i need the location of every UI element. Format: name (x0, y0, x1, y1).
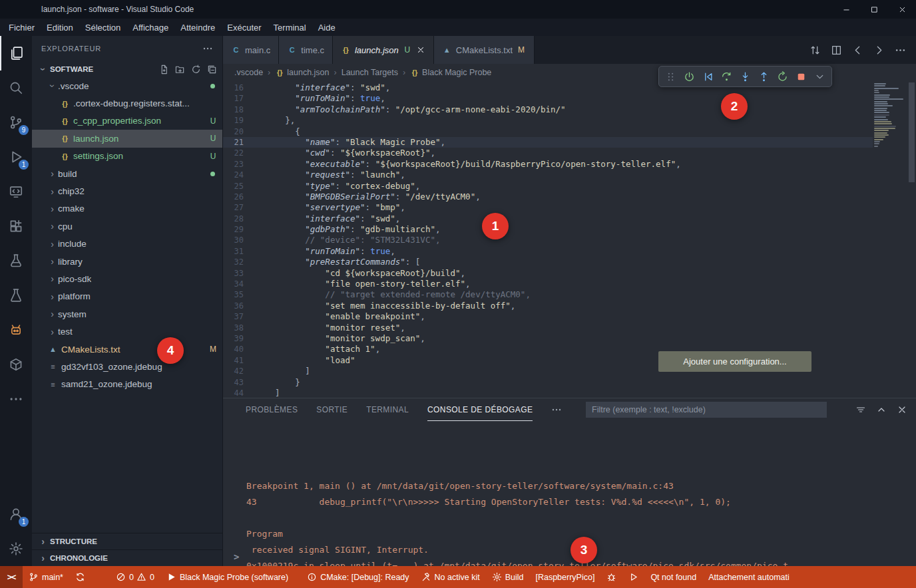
status-item-cmake-status[interactable]: CMake: [Debug]: Ready (301, 566, 415, 588)
code-line[interactable]: 44 ] (223, 388, 873, 398)
line-number[interactable]: 27 (223, 202, 255, 213)
line-number[interactable]: 22 (223, 148, 255, 158)
status-item-variant[interactable]: [RaspberryPico] (529, 566, 600, 588)
line-number[interactable]: 38 (223, 323, 255, 333)
status-item-kit[interactable]: No active kit (415, 566, 486, 588)
code-line[interactable]: 23 "executable": "${workspaceRoot}/build… (223, 159, 873, 170)
tree-item-chip32[interactable]: ›chip32 (32, 182, 222, 200)
line-number[interactable]: 16 (223, 82, 255, 93)
line-number[interactable]: 19 (223, 115, 255, 126)
minimap[interactable] (873, 81, 907, 398)
tab-time-c[interactable]: Ctime.c (279, 36, 333, 64)
split-editor-icon[interactable] (831, 45, 842, 56)
line-number[interactable]: 34 (223, 279, 255, 289)
code-line[interactable]: 24 "request": "launch", (223, 170, 873, 180)
activity-cmake-tools[interactable] (0, 278, 32, 313)
activity-explorer[interactable] (0, 36, 32, 71)
tree-item-cpu[interactable]: ›cpu (32, 218, 222, 235)
activity-packages[interactable] (0, 347, 32, 382)
activity-test[interactable] (0, 243, 32, 278)
filter-lines-icon[interactable] (855, 404, 866, 415)
collapse-all-icon[interactable] (207, 65, 217, 74)
line-number[interactable]: 23 (223, 159, 255, 170)
menu-item-atteindre[interactable]: Atteindre (174, 19, 221, 36)
stop-icon[interactable] (792, 68, 810, 85)
tree-item-system[interactable]: ›system (32, 305, 222, 323)
restart-icon[interactable] (774, 68, 792, 85)
breadcrumb-item-vscode[interactable]: .vscode (234, 68, 263, 77)
code-line[interactable]: 18 "armToolchainPath": "/opt/gcc-arm-non… (223, 104, 873, 115)
step-out-icon[interactable] (755, 68, 773, 85)
line-number[interactable]: 44 (223, 388, 255, 398)
line-number[interactable]: 30 (223, 235, 255, 245)
minimize-button[interactable] (832, 0, 860, 19)
tree-item-c-cpp-properties-json[interactable]: {}c_cpp_properties.jsonU (32, 112, 222, 130)
code-line[interactable]: 34 "file open-story-teller.elf", (223, 279, 873, 289)
tree-item-settings-json[interactable]: {}settings.jsonU (32, 148, 222, 165)
tree-item-pico-sdk[interactable]: ›pico-sdk (32, 270, 222, 287)
breadcrumb-item-launch-targets[interactable]: Launch Targets (342, 68, 398, 77)
panel-tab-probl-mes[interactable]: PROBLÈMES (246, 398, 298, 421)
code-line[interactable]: 25 "type": "cortex-debug", (223, 181, 873, 192)
code-line[interactable]: 29 "gdbPath": "gdb-multiarch", (223, 224, 873, 235)
activity-platformio[interactable] (0, 313, 32, 347)
status-item-git-branch[interactable]: main* (23, 566, 69, 588)
close-button[interactable] (888, 0, 916, 19)
new-folder-icon[interactable] (175, 65, 185, 74)
tree-item-gd32vf103-ozone-jdebug[interactable]: ≡gd32vf103_ozone.jdebug (32, 358, 222, 375)
code-line[interactable]: 26 "BMPGDBSerialPort": "/dev/ttyACM0", (223, 192, 873, 202)
line-number[interactable]: 24 (223, 170, 255, 180)
tree-item-platform[interactable]: ›platform (32, 288, 222, 305)
panel-tab-sortie[interactable]: SORTIE (316, 398, 347, 421)
menu-item-affichage[interactable]: Affichage (126, 19, 174, 36)
editor-scrollbar[interactable] (907, 81, 916, 398)
menu-item-edition[interactable]: Edition (41, 19, 79, 36)
code-line[interactable]: 43 } (223, 377, 873, 388)
code-line[interactable]: 27 "servertype": "bmp", (223, 202, 873, 213)
tab-close-icon[interactable] (416, 45, 425, 55)
activity-source-control[interactable]: 9 (0, 105, 32, 140)
tab-main-c[interactable]: Cmain.c (223, 36, 279, 64)
refresh-icon[interactable] (191, 65, 201, 74)
compare-icon[interactable] (809, 45, 821, 56)
activity-settings[interactable] (0, 531, 32, 566)
line-number[interactable]: 40 (223, 344, 255, 355)
code-line[interactable]: 38 "monitor reset", (223, 323, 873, 333)
close-icon[interactable] (897, 404, 907, 415)
line-number[interactable]: 17 (223, 93, 255, 104)
code-line[interactable]: 32 "preRestartCommands": [ (223, 257, 873, 267)
activity-search[interactable] (0, 71, 32, 105)
tree-item-build[interactable]: ›build (32, 165, 222, 182)
code-line[interactable]: 22 "cwd": "${workspaceRoot}", (223, 148, 873, 158)
code-line[interactable]: 36 "set mem inaccessible-by-default off"… (223, 301, 873, 311)
menu-item-aide[interactable]: Aide (312, 19, 342, 36)
line-number[interactable]: 33 (223, 268, 255, 279)
breadcrumb-item-black-magic-probe[interactable]: {}Black Magic Probe (410, 68, 491, 77)
tree-item-samd21-ozone-jdebug[interactable]: ≡samd21_ozone.jdebug (32, 376, 222, 393)
tree-item-cmakelists-txt[interactable]: ▲CMakeLists.txtM (32, 341, 222, 358)
code-line[interactable]: 19 }, (223, 115, 873, 126)
section-structure[interactable]: ›STRUCTURE (32, 533, 222, 549)
remote-indicator[interactable]: >< (0, 566, 23, 588)
line-number[interactable]: 26 (223, 192, 255, 202)
panel-tab-terminal[interactable]: TERMINAL (366, 398, 409, 421)
status-item-run[interactable] (622, 566, 644, 588)
activity-accounts[interactable]: 1 (0, 497, 32, 531)
tree-item-library[interactable]: ›library (32, 253, 222, 270)
status-item-build[interactable]: Build (486, 566, 530, 588)
line-number[interactable]: 37 (223, 311, 255, 322)
code-line[interactable]: 30 // "device": "STM32L431VC", (223, 235, 873, 245)
workspace-section-header[interactable]: › SOFTWARE (32, 61, 222, 77)
code-line[interactable]: 35 // "target extended-remote /dev/ttyAC… (223, 289, 873, 300)
line-number[interactable]: 25 (223, 181, 255, 192)
panel-overflow-icon[interactable] (551, 404, 562, 415)
code-line[interactable]: 21 "name": "Black Magic Probe", (223, 137, 873, 148)
activity-more-views[interactable] (0, 382, 32, 416)
menu-item-ex-cuter[interactable]: Exécuter (221, 19, 267, 36)
line-number[interactable]: 18 (223, 104, 255, 115)
status-item-debug-target[interactable]: Black Magic Probe (software) (160, 566, 294, 588)
code-line[interactable]: 20 { (223, 126, 873, 137)
console-prompt[interactable]: > (234, 549, 239, 565)
code-line[interactable]: 39 "monitor swdp_scan", (223, 333, 873, 344)
code-line[interactable]: 28 "interface": "swd", (223, 214, 873, 224)
